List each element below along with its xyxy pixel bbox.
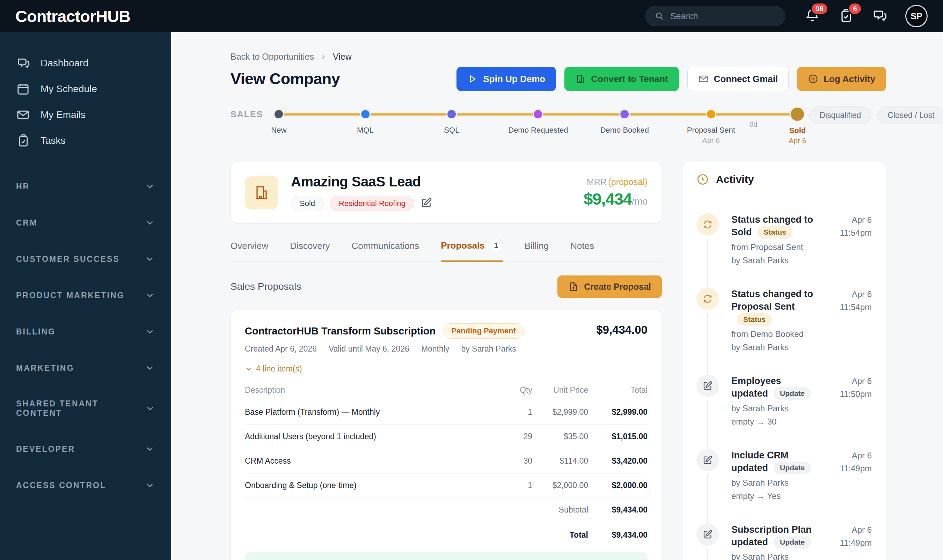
line-items-toggle[interactable]: 4 line item(s) <box>245 364 647 374</box>
tasks-button[interactable]: 6 <box>838 8 854 24</box>
stage-dot <box>706 109 716 119</box>
sidebar-item-my-schedule[interactable]: My Schedule <box>0 76 171 102</box>
subtotal-row: Subtotal $9,434.00 <box>245 498 647 522</box>
table-header-row: Description Qty Unit Price Total <box>245 381 647 400</box>
sidebar-item-my-emails[interactable]: My Emails <box>0 102 171 128</box>
create-proposal-button[interactable]: Create Proposal <box>558 275 662 298</box>
mrr-qualifier: (proposal) <box>608 177 647 187</box>
play-icon <box>467 74 478 84</box>
edit-icon <box>703 455 713 465</box>
pipeline-stage-new[interactable]: New <box>271 109 287 135</box>
sidebar-item-label: Dashboard <box>40 58 88 69</box>
mail-icon <box>16 108 30 122</box>
app-logo[interactable]: ContractorHUB <box>15 7 130 26</box>
edit-icon <box>421 197 432 209</box>
company-name: Amazing SaaS Lead <box>291 174 432 189</box>
breadcrumb-current: View <box>333 52 352 62</box>
sidebar-item-tasks[interactable]: Tasks <box>0 128 171 154</box>
update-icon <box>696 523 719 546</box>
stage-dot <box>533 109 544 119</box>
table-row: Additional Users (beyond 1 included) 29 … <box>245 425 647 449</box>
sidebar-section-marketing[interactable]: MARKETING <box>0 350 171 386</box>
mrr-period: /mo <box>632 196 647 207</box>
sidebar-section-billing[interactable]: BILLING <box>0 314 171 350</box>
connect-gmail-button[interactable]: Connect Gmail <box>687 67 789 91</box>
closed-lost-badge[interactable]: Closed / Lost <box>877 106 943 124</box>
table-row: Base Platform (Transform) — Monthly 1 $2… <box>245 400 647 425</box>
sidebar: Dashboard My Schedule My Emails Tasks HR… <box>0 32 171 560</box>
sidebar-item-dashboard[interactable]: Dashboard <box>0 50 171 76</box>
sidebar-section-hr[interactable]: HR <box>0 168 171 205</box>
pipeline-stage-sold[interactable]: Sold Apr 6 <box>789 109 806 145</box>
mail-icon <box>698 74 709 84</box>
user-avatar[interactable]: SP <box>905 5 928 27</box>
tab-notes[interactable]: Notes <box>570 239 594 262</box>
search-input[interactable] <box>670 11 776 21</box>
messages-button[interactable] <box>872 8 888 24</box>
building-icon <box>253 184 270 201</box>
edit-icon <box>703 380 713 391</box>
stage-dot <box>360 109 371 119</box>
activity-item: Include CRM updatedUpdate by Sarah Parks… <box>696 449 872 523</box>
tab-communications[interactable]: Communications <box>352 239 419 262</box>
sidebar-item-label: My Schedule <box>40 83 97 95</box>
activity-timestamp: Apr 6 11:54pm <box>823 288 872 352</box>
status-change-icon <box>696 288 719 310</box>
building-icon <box>575 74 586 84</box>
chat-icon <box>872 8 887 23</box>
pipeline-stage-demo-booked[interactable]: Demo Booked <box>600 109 649 135</box>
convert-to-tenant-button[interactable]: Convert to Tenant <box>564 67 679 91</box>
table-row: Onboarding & Setup (one-time) 1 $2,000.0… <box>245 474 647 498</box>
stage-dot <box>446 109 457 119</box>
sidebar-section-shared-tenant-content[interactable]: SHARED TENANT CONTENT <box>0 386 171 431</box>
company-industry-badge: Residential Roofing <box>330 196 414 211</box>
section-title: Sales Proposals <box>231 281 301 292</box>
activity-badge: Status <box>737 313 772 326</box>
activity-badge: Update <box>774 536 811 548</box>
search-bar[interactable] <box>646 6 785 26</box>
update-icon <box>696 449 719 471</box>
company-tabs: Overview Discovery Communications Propos… <box>231 239 662 262</box>
status-change-icon <box>696 213 719 236</box>
acceptance-box: Accepted By Sarah Parks (sjp@contractorh… <box>245 552 647 560</box>
sidebar-section-developer[interactable]: DEVELOPER <box>0 431 171 467</box>
mrr-label: MRR <box>587 177 607 187</box>
breadcrumb-back-link[interactable]: Back to Opportunities <box>231 52 314 62</box>
sidebar-item-label: Tasks <box>40 135 66 146</box>
activity-timestamp: Apr 6 11:49pm <box>823 523 872 560</box>
sidebar-section-crm[interactable]: CRM <box>0 205 171 241</box>
disqualified-badge[interactable]: Disqualified <box>809 106 871 124</box>
chevron-down-icon <box>145 290 155 301</box>
refresh-icon <box>703 294 713 304</box>
activity-panel: Activity Status changed to SoldStatus fr… <box>682 162 886 560</box>
tab-overview[interactable]: Overview <box>231 239 268 262</box>
chevron-down-icon <box>245 365 253 373</box>
sidebar-section-access-control[interactable]: ACCESS CONTROL <box>0 467 171 503</box>
proposals-count-badge: 1 <box>490 239 503 252</box>
activity-item: Status changed to SoldStatus from Propos… <box>696 213 872 288</box>
pipeline-stage-proposal-sent[interactable]: Proposal Sent Apr 6 <box>687 109 735 145</box>
pipeline-stage-mql[interactable]: MQL <box>357 109 374 135</box>
proposal-card: ContractorHUB Transform Subscription Pen… <box>231 310 662 560</box>
sidebar-section-customer-success[interactable]: CUSTOMER SUCCESS <box>0 241 171 277</box>
sidebar-section-product-marketing[interactable]: PRODUCT MARKETING <box>0 277 171 314</box>
tab-discovery[interactable]: Discovery <box>290 239 330 262</box>
tasks-badge: 6 <box>848 2 862 15</box>
log-activity-button[interactable]: Log Activity <box>797 67 886 91</box>
stage-duration-label: 0d <box>749 120 757 128</box>
chevron-down-icon <box>145 217 155 228</box>
edit-company-button[interactable] <box>421 197 432 210</box>
tab-billing[interactable]: Billing <box>525 239 549 262</box>
activity-item: Employees updatedUpdate by Sarah Parks e… <box>696 375 872 449</box>
file-plus-icon <box>568 282 579 292</box>
top-navbar: ContractorHUB 98 6 SP <box>0 0 943 32</box>
tab-proposals[interactable]: Proposals 1 <box>441 239 503 262</box>
activity-title: Activity <box>716 174 754 185</box>
pipeline-stage-sql[interactable]: SQL <box>444 109 459 135</box>
spin-up-demo-button[interactable]: Spin Up Demo <box>456 67 556 91</box>
company-status-badge: Sold <box>291 196 324 211</box>
chevron-down-icon <box>145 403 155 414</box>
notifications-button[interactable]: 98 <box>805 8 821 24</box>
chevron-down-icon <box>145 254 155 264</box>
pipeline-stage-demo-requested[interactable]: Demo Requested <box>508 109 568 135</box>
